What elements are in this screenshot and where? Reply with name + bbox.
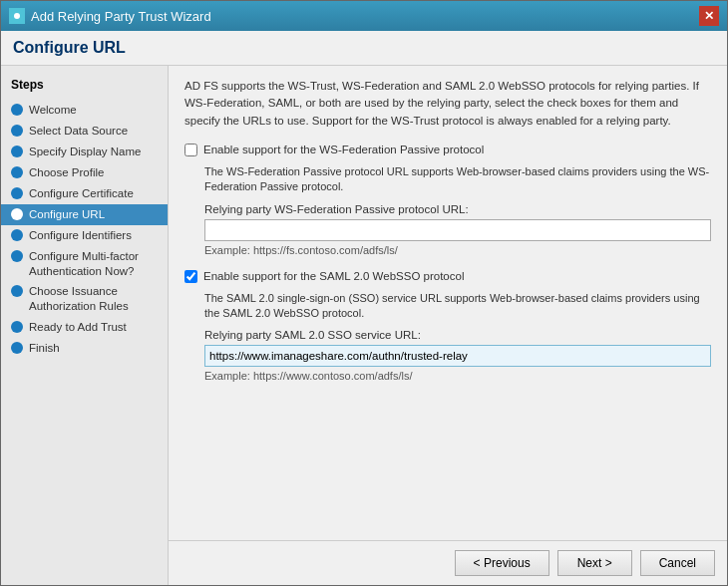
sidebar-item-specify-display-name[interactable]: Specify Display Name [1,142,168,162]
sidebar-item-configure-multifactor[interactable]: Configure Multi-factor Authentication No… [1,246,168,282]
sidebar-item-finish[interactable]: Finish [1,338,168,359]
sidebar-item-choose-profile[interactable]: Choose Profile [1,162,168,183]
step-dot-issuance [11,285,23,297]
step-dot-finish [11,342,23,354]
page-header: Configure URL [1,31,727,66]
titlebar: Add Relying Party Trust Wizard ✕ [1,1,727,31]
saml-checkbox-row: Enable support for the SAML 2.0 WebSSO p… [184,270,711,283]
step-label-ready: Ready to Add Trust [29,320,158,335]
step-label-profile: Choose Profile [29,165,158,180]
page-title: Configure URL [13,39,715,57]
footer: < Previous Next > Cancel [169,540,727,585]
step-dot-mfa [11,250,23,262]
ws-fed-sub-text: The WS-Federation Passive protocol URL s… [204,164,711,195]
step-label-mfa: Configure Multi-factor Authentication No… [29,249,158,279]
cancel-button[interactable]: Cancel [640,550,715,576]
app-icon [9,8,25,24]
sidebar-item-configure-certificate[interactable]: Configure Certificate [1,183,168,204]
step-dot-ident [11,229,23,241]
sidebar-item-configure-identifiers[interactable]: Configure Identifiers [1,225,168,246]
saml-checkbox[interactable] [184,270,197,283]
ws-fed-checkbox[interactable] [184,144,197,156]
ws-fed-field-label: Relying party WS-Federation Passive prot… [204,203,711,215]
sidebar-item-configure-url[interactable]: Configure URL [1,204,168,225]
ws-fed-url-input[interactable] [204,219,711,241]
step-label-issuance: Choose Issuance Authorization Rules [29,284,158,314]
step-dot-display [11,146,23,157]
saml-url-input[interactable] [204,345,711,367]
intro-text: AD FS supports the WS-Trust, WS-Federati… [184,78,711,130]
previous-button[interactable]: < Previous [455,550,549,576]
window-title: Add Relying Party Trust Wizard [31,9,211,24]
step-label-cert: Configure Certificate [29,186,158,201]
step-label-ident: Configure Identifiers [29,228,158,243]
step-dot-ready [11,321,23,333]
saml-field-label: Relying party SAML 2.0 SSO service URL: [204,329,711,341]
ws-fed-example: Example: https://fs.contoso.com/adfs/ls/ [204,244,711,256]
sidebar-item-welcome[interactable]: Welcome [1,100,168,121]
saml-example: Example: https://www.contoso.com/adfs/ls… [204,370,711,382]
step-dot-url [11,208,23,220]
close-button[interactable]: ✕ [699,6,719,26]
sidebar-item-choose-issuance[interactable]: Choose Issuance Authorization Rules [1,281,168,317]
saml-section: Enable support for the SAML 2.0 WebSSO p… [184,270,711,383]
ws-fed-checkbox-row: Enable support for the WS-Federation Pas… [184,144,711,156]
step-label-finish: Finish [29,341,158,356]
step-label-welcome: Welcome [29,103,158,118]
step-label-url: Configure URL [29,207,158,222]
steps-panel: Steps Welcome Select Data Source Specify… [1,66,169,585]
next-button[interactable]: Next > [557,550,632,576]
saml-indented: The SAML 2.0 single-sign-on (SSO) servic… [204,291,711,383]
sidebar-item-ready-to-add[interactable]: Ready to Add Trust [1,317,168,338]
step-label-select: Select Data Source [29,124,158,139]
ws-fed-indented: The WS-Federation Passive protocol URL s… [204,164,711,256]
ws-fed-section: Enable support for the WS-Federation Pas… [184,144,711,256]
step-dot-select [11,125,23,137]
sidebar-item-select-data-source[interactable]: Select Data Source [1,121,168,142]
titlebar-left: Add Relying Party Trust Wizard [9,8,211,24]
step-dot-profile [11,166,23,178]
step-label-display: Specify Display Name [29,145,158,159]
right-panel: AD FS supports the WS-Trust, WS-Federati… [169,66,727,585]
saml-checkbox-label[interactable]: Enable support for the SAML 2.0 WebSSO p… [203,270,464,282]
ws-fed-checkbox-label[interactable]: Enable support for the WS-Federation Pas… [203,144,484,155]
saml-sub-text: The SAML 2.0 single-sign-on (SSO) servic… [204,291,711,322]
content-area: AD FS supports the WS-Trust, WS-Federati… [169,66,727,540]
svg-point-1 [14,13,20,19]
steps-label: Steps [1,74,168,100]
step-dot-welcome [11,104,23,116]
main-content: Steps Welcome Select Data Source Specify… [1,66,727,585]
step-dot-cert [11,187,23,199]
wizard-window: Add Relying Party Trust Wizard ✕ Configu… [0,0,728,586]
